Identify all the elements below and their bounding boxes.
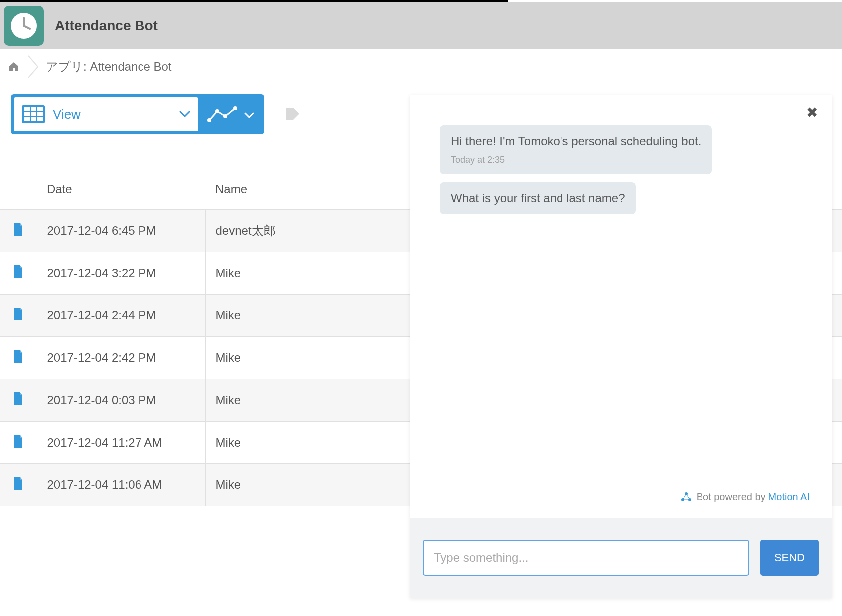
- send-button[interactable]: SEND: [760, 540, 819, 576]
- view-selector[interactable]: View: [14, 97, 198, 131]
- svg-point-10: [233, 106, 237, 110]
- cell-date: 2017-12-04 3:22 PM: [37, 252, 205, 295]
- chart-selector[interactable]: [198, 97, 261, 131]
- cell-date: 2017-12-04 2:44 PM: [37, 295, 205, 337]
- svg-point-9: [223, 114, 227, 118]
- row-doc-icon: [0, 379, 37, 422]
- chart-icon: [207, 105, 239, 123]
- chat-panel: ✖ Hi there! I'm Tomoko's personal schedu…: [410, 95, 832, 598]
- chat-input[interactable]: [423, 540, 749, 576]
- row-doc-icon: [0, 252, 37, 295]
- chat-message: What is your first and last name?: [440, 182, 636, 214]
- cell-date: 2017-12-04 11:27 AM: [37, 422, 205, 464]
- chevron-down-icon: [244, 111, 254, 117]
- chevron-down-icon: [179, 111, 190, 118]
- table-icon: [22, 105, 45, 123]
- cell-date: 2017-12-04 0:03 PM: [37, 379, 205, 422]
- view-label: View: [53, 107, 179, 122]
- column-header-date[interactable]: Date: [37, 169, 205, 210]
- chat-message: Hi there! I'm Tomoko's personal scheduli…: [440, 125, 712, 174]
- chat-messages: Hi there! I'm Tomoko's personal scheduli…: [410, 95, 832, 222]
- message-text: Hi there! I'm Tomoko's personal scheduli…: [451, 134, 701, 148]
- breadcrumb-separator-icon: [28, 55, 39, 78]
- home-icon[interactable]: [8, 61, 20, 73]
- row-doc-icon: [0, 295, 37, 337]
- app-header: Attendance Bot: [0, 2, 842, 49]
- tag-button[interactable]: [273, 94, 313, 134]
- view-selector-group: View: [11, 94, 264, 134]
- row-doc-icon: [0, 337, 37, 379]
- cell-date: 2017-12-04 6:45 PM: [37, 210, 205, 252]
- row-doc-icon: [0, 464, 37, 506]
- svg-point-7: [207, 118, 211, 122]
- breadcrumb-prefix: アプリ:: [46, 60, 87, 73]
- chat-input-bar: SEND: [410, 518, 832, 598]
- close-icon[interactable]: ✖: [806, 104, 818, 121]
- svg-rect-2: [24, 107, 43, 121]
- chat-powered-by: Bot powered by Motion AI: [681, 491, 810, 503]
- cell-date: 2017-12-04 11:06 AM: [37, 464, 205, 506]
- breadcrumb-app-name: Attendance Bot: [90, 60, 171, 73]
- message-time: Today at 2:35: [451, 155, 701, 165]
- breadcrumb: アプリ: Attendance Bot: [0, 49, 842, 84]
- powered-by-prefix: Bot powered by: [697, 491, 766, 503]
- column-header-icon: [0, 169, 37, 210]
- motion-ai-icon: [681, 492, 692, 503]
- row-doc-icon: [0, 210, 37, 252]
- cell-date: 2017-12-04 2:42 PM: [37, 337, 205, 379]
- row-doc-icon: [0, 422, 37, 464]
- app-clock-icon: [4, 6, 44, 46]
- message-text: What is your first and last name?: [451, 191, 625, 205]
- motion-ai-link[interactable]: Motion AI: [768, 491, 810, 503]
- breadcrumb-text: アプリ: Attendance Bot: [46, 59, 171, 75]
- svg-point-8: [215, 109, 219, 113]
- app-title: Attendance Bot: [55, 18, 158, 34]
